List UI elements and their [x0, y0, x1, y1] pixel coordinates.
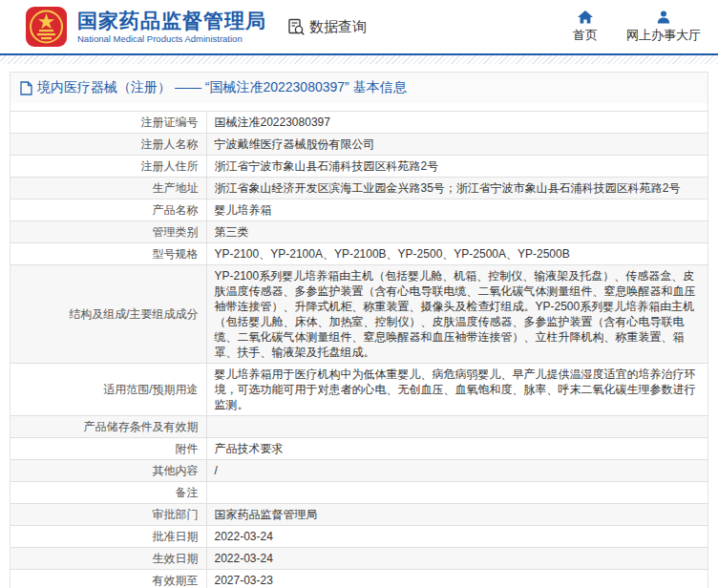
table-row: 批准日期 2022-03-24 — [11, 526, 707, 548]
row-value: 宁波戴维医疗器械股份有限公司 — [206, 134, 707, 156]
table-row: 生产地址 浙江省象山经济开发区滨海工业园金兴路35号；浙江省宁波市象山县石浦科技… — [11, 178, 707, 200]
row-value: YP-2100、YP-2100A、YP-2100B、YP-2500、YP-250… — [206, 243, 707, 265]
row-value — [206, 482, 707, 504]
row-value: 产品技术要求 — [206, 438, 707, 460]
row-label: 其他内容 — [153, 464, 199, 477]
row-value: 国家药品监督管理局 — [206, 504, 707, 526]
table-row: 审批部门 国家药品监督管理局 — [11, 504, 707, 526]
agency-title-block: 国家药品监督管理局 National Medical Products Admi… — [77, 10, 266, 45]
row-label: 附件 — [176, 442, 199, 455]
row-label: 结构及组成/主要组成成分 — [69, 307, 198, 321]
agency-title: 国家药品监督管理局 — [77, 10, 266, 32]
nav-home[interactable]: 首页 — [573, 10, 598, 44]
info-table: 注册证编号 国械注准20223080397 注册人名称 宁波戴维医疗器械股份有限… — [11, 111, 707, 588]
row-value: 浙江省宁波市象山县石浦科技园区科苑路2号 — [206, 156, 707, 178]
row-label: 批准日期 — [153, 530, 199, 543]
home-icon — [578, 10, 593, 24]
row-label: 备注 — [176, 486, 199, 499]
document-icon — [20, 81, 32, 95]
nav-home-label: 首页 — [573, 27, 598, 44]
row-value: 婴儿培养箱用于医疗机构中为低体重婴儿、病危病弱婴儿、早产儿提供温湿度适宜的培养治… — [206, 364, 707, 416]
table-row: 注册证编号 国械注准20223080397 — [11, 112, 707, 134]
row-label: 产品储存条件及有效期 — [84, 420, 199, 433]
table-row: 备注 — [11, 482, 707, 504]
page: 国家药品监督管理局 National Medical Products Admi… — [0, 0, 718, 588]
row-value: 婴儿培养箱 — [206, 200, 707, 221]
row-value: YP-2100系列婴儿培养箱由主机（包括婴儿舱、机箱、控制仪、输液架及托盘）、传… — [206, 265, 707, 364]
table-row: 管理类别 第三类 — [11, 221, 707, 243]
row-value — [206, 416, 707, 438]
table-row: 产品储存条件及有效期 — [11, 416, 707, 438]
agency-subtitle: National Medical Products Administration — [77, 34, 266, 44]
row-value: 浙江省象山经济开发区滨海工业园金兴路35号；浙江省宁波市象山县石浦科技园区科苑路… — [206, 178, 707, 200]
national-emblem-logo — [25, 4, 69, 50]
table-row: 适用范围/预期用途 婴儿培养箱用于医疗机构中为低体重婴儿、病危病弱婴儿、早产儿提… — [11, 364, 707, 416]
row-value: 第三类 — [206, 221, 707, 243]
row-label: 适用范围/预期用途 — [103, 383, 198, 396]
data-query-label: 数据查询 — [309, 18, 367, 36]
table-row: 注册人住所 浙江省宁波市象山县石浦科技园区科苑路2号 — [11, 156, 707, 178]
table-row: 附件 产品技术要求 — [11, 438, 707, 460]
row-label: 注册证编号 — [141, 116, 199, 129]
table-row: 产品名称 婴儿培养箱 — [11, 200, 707, 221]
person-icon — [657, 10, 670, 24]
data-query-menu[interactable]: 数据查询 — [287, 18, 367, 36]
table-row: 其他内容 / — [11, 460, 707, 482]
row-label: 生产地址 — [153, 181, 199, 195]
info-table-body: 注册证编号 国械注准20223080397 注册人名称 宁波戴维医疗器械股份有限… — [11, 112, 707, 588]
divider-hatch — [0, 55, 718, 64]
row-label: 型号规格 — [153, 247, 199, 261]
nav-service-hall[interactable]: 网上办事大厅 — [626, 10, 701, 44]
table-row: 型号规格 YP-2100、YP-2100A、YP-2100B、YP-2500、Y… — [11, 243, 707, 265]
row-label: 管理类别 — [153, 225, 199, 239]
nav-hall-label: 网上办事大厅 — [626, 27, 701, 44]
row-value: / — [206, 460, 707, 482]
data-query-doc-search-icon — [287, 18, 306, 36]
row-label: 注册人住所 — [141, 159, 199, 173]
row-label: 注册人名称 — [141, 137, 199, 151]
row-value: 2022-03-24 — [206, 526, 707, 548]
row-label: 生效日期 — [153, 552, 199, 565]
table-row: 有效期至 2027-03-23 — [11, 570, 707, 588]
breadcrumb: 境内医疗器械（注册） —— “国械注准20223080397” 基本信息 — [11, 73, 707, 103]
row-label: 有效期至 — [153, 574, 199, 587]
row-label: 产品名称 — [153, 203, 199, 217]
site-header: 国家药品监督管理局 National Medical Products Admi… — [0, 0, 718, 55]
table-row: 生效日期 2022-03-24 — [11, 548, 707, 570]
row-value: 2022-03-24 — [206, 548, 707, 570]
row-value: 国械注准20223080397 — [206, 112, 707, 134]
table-row: 注册人名称 宁波戴维医疗器械股份有限公司 — [11, 134, 707, 156]
breadcrumb-text: 境内医疗器械（注册） —— “国械注准20223080397” 基本信息 — [37, 79, 407, 96]
row-label: 审批部门 — [153, 508, 199, 521]
table-row: 结构及组成/主要组成成分 YP-2100系列婴儿培养箱由主机（包括婴儿舱、机箱、… — [11, 265, 707, 364]
content-container: 境内医疗器械（注册） —— “国械注准20223080397” 基本信息 注册证… — [10, 72, 708, 588]
row-value: 2027-03-23 — [206, 570, 707, 588]
